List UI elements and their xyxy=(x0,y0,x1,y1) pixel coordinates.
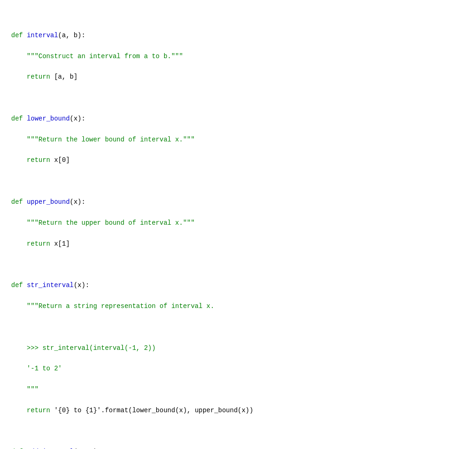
line-11: return x[1] xyxy=(11,239,465,249)
line-10: """Return the upper bound of interval x.… xyxy=(11,218,465,228)
line-17: '-1 to 2' xyxy=(11,363,465,374)
line-7: return x[0] xyxy=(11,155,465,165)
blank-line-3 xyxy=(11,259,465,269)
line-19: return '{0} to {1}'.format(lower_bound(x… xyxy=(11,405,465,415)
line-3: return [a, b] xyxy=(11,72,465,82)
blank-line xyxy=(11,93,465,103)
line-6: """Return the lower bound of interval x.… xyxy=(11,134,465,145)
code-content: def interval(a, b): """Construct an inte… xyxy=(11,9,465,449)
line-5: def lower_bound(x): xyxy=(11,114,465,124)
line-9: def upper_bound(x): xyxy=(11,197,465,207)
line-18: """ xyxy=(11,384,465,395)
line-13: def str_interval(x): xyxy=(11,280,465,290)
line-14: """Return a string representation of int… xyxy=(11,301,465,311)
blank-line-5 xyxy=(11,426,465,436)
code-editor: def interval(a, b): """Construct an inte… xyxy=(11,9,465,449)
blank-line-2 xyxy=(11,176,465,186)
line-21: def add_interval(x, y): xyxy=(11,447,465,449)
blank-line-4 xyxy=(11,322,465,332)
line-2: """Construct an interval from a to b.""" xyxy=(11,51,465,61)
line-1: def interval(a, b): xyxy=(11,30,465,40)
line-16: >>> str_interval(interval(-1, 2)) xyxy=(11,343,465,353)
